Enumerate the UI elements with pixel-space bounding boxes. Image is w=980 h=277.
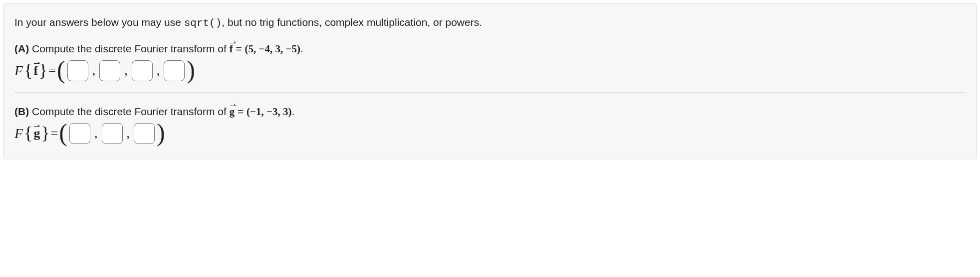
part-b-answer: F { ⇀g } = ( , , ) [14, 123, 966, 144]
part-a-input-3[interactable] [132, 60, 153, 81]
part-a-answer: F { ⇀f } = ( , , , ) [14, 60, 966, 81]
instructions-post: , but no trig functions, complex multipl… [222, 16, 482, 28]
divider [14, 92, 966, 93]
part-b-input-2[interactable] [102, 123, 123, 144]
part-b-input-1[interactable] [69, 123, 90, 144]
instructions: In your answers below you may use sqrt()… [14, 16, 966, 29]
part-b-label: (B) [14, 106, 29, 117]
part-b-prompt: (B) Compute the discrete Fourier transfo… [14, 106, 966, 118]
part-b-text: Compute the discrete Fourier transform o… [29, 106, 230, 117]
vector-f-lhs: ⇀f [33, 63, 38, 78]
part-a-input-4[interactable] [164, 60, 185, 81]
part-b-vector-value: (−1, −3, 3) [246, 106, 291, 118]
vector-g-lhs: ⇀g [33, 126, 40, 141]
vector-f: ⇀f [230, 43, 233, 55]
fourier-op-a: F [14, 63, 23, 79]
instructions-code: sqrt() [184, 17, 222, 29]
instructions-pre: In your answers below you may use [14, 16, 184, 28]
fourier-op-b: F [14, 126, 23, 141]
part-a-text: Compute the discrete Fourier transform o… [29, 43, 230, 54]
part-b-eq: = [235, 106, 246, 117]
part-b-input-3[interactable] [134, 123, 155, 144]
part-a-input-2[interactable] [99, 60, 120, 81]
part-a-vector-value: (5, −4, 3, −5) [245, 43, 300, 55]
part-a-input-1[interactable] [67, 60, 88, 81]
vector-g: ⇀g [230, 106, 235, 118]
question-panel: In your answers below you may use sqrt()… [3, 3, 977, 159]
part-a-label: (A) [14, 43, 29, 54]
part-a-prompt: (A) Compute the discrete Fourier transfo… [14, 43, 966, 55]
